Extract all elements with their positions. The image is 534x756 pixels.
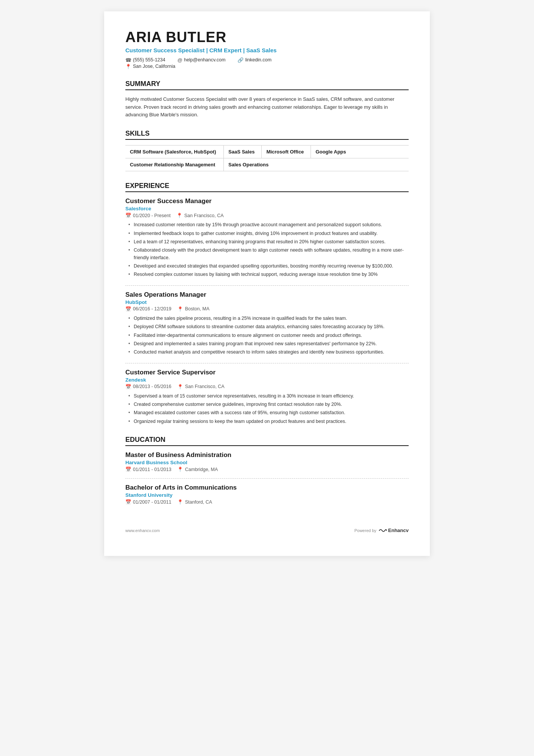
job-1-bullets: Increased customer retention rate by 15%…: [125, 221, 409, 279]
job-1: Customer Success Manager Salesforce 📅 01…: [125, 197, 409, 279]
job-3-title: Customer Service Supervisor: [125, 369, 409, 376]
powered-by-text: Powered by: [354, 528, 376, 533]
skills-grid: CRM Software (Salesforce, HubSpot) SaaS …: [125, 145, 409, 171]
job-3-dates: 📅 08/2013 - 05/2016: [125, 384, 171, 390]
job-2-company: HubSpot: [125, 299, 409, 305]
edu-1: Master of Business Administration Harvar…: [125, 451, 409, 472]
job-3: Customer Service Supervisor Zendesk 📅 08…: [125, 369, 409, 426]
edu-2-location: 📍 Stanford, CA: [177, 499, 212, 505]
linkedin-url: linkedin.com: [245, 57, 271, 63]
job-1-bullet-1: Increased customer retention rate by 15%…: [128, 221, 409, 229]
edu-1-location-text: Cambridge, MA: [185, 467, 218, 472]
edu-1-degree: Master of Business Administration: [125, 451, 409, 459]
job-1-bullet-4: Collaborated closely with the product de…: [128, 247, 409, 261]
header: ARIA BUTLER Customer Success Specialist …: [125, 30, 409, 69]
job-1-dates: 📅 01/2020 - Present: [125, 213, 170, 218]
summary-section: SUMMARY Highly motivated Customer Succes…: [125, 80, 409, 119]
job-2-dates: 📅 06/2016 - 12/2019: [125, 306, 171, 312]
phone-icon: ☎: [125, 57, 131, 63]
footer: www.enhancv.com Powered by Enhancv: [125, 527, 409, 533]
location-icon-edu-1: 📍: [177, 466, 183, 472]
calendar-icon-1: 📅: [125, 213, 131, 218]
edu-2-school: Stanford University: [125, 492, 409, 498]
candidate-name: ARIA BUTLER: [125, 30, 409, 45]
job-2-location-text: Boston, MA: [185, 306, 209, 311]
skills-row-1: CRM Software (Salesforce, HubSpot) SaaS …: [125, 145, 409, 158]
phone-number: (555) 555-1234: [133, 57, 165, 63]
job-1-date-text: 01/2020 - Present: [133, 213, 170, 218]
location-icon-1: 📍: [176, 213, 183, 218]
edu-2-degree: Bachelor of Arts in Communications: [125, 484, 409, 491]
skill-crm: CRM Software (Salesforce, HubSpot): [125, 146, 224, 158]
skill-sales-ops: Sales Operations: [224, 158, 275, 171]
education-title: EDUCATION: [125, 436, 409, 446]
summary-title: SUMMARY: [125, 80, 409, 90]
skill-crm-mgmt: Customer Relationship Management: [125, 158, 224, 171]
education-section: EDUCATION Master of Business Administrat…: [125, 436, 409, 505]
job-1-company: Salesforce: [125, 206, 409, 211]
footer-logo: Powered by Enhancv: [354, 527, 409, 533]
job-3-location-text: San Francisco, CA: [185, 384, 224, 389]
edu-2-meta: 📅 01/2007 - 01/2011 📍 Stanford, CA: [125, 499, 409, 505]
job-3-location: 📍 San Francisco, CA: [177, 384, 224, 390]
candidate-title: Customer Success Specialist | CRM Expert…: [125, 47, 409, 53]
job-1-meta: 📅 01/2020 - Present 📍 San Francisco, CA: [125, 213, 409, 218]
email-contact: @ help@enhancv.com: [177, 57, 225, 63]
edu-2-location-text: Stanford, CA: [185, 499, 212, 505]
skills-title: SKILLS: [125, 130, 409, 140]
edu-1-location: 📍 Cambridge, MA: [177, 466, 218, 472]
job-3-bullets: Supervised a team of 15 customer service…: [125, 393, 409, 426]
experience-section: EXPERIENCE Customer Success Manager Sale…: [125, 182, 409, 425]
edu-divider: [125, 478, 409, 479]
edu-2-dates: 📅 01/2007 - 01/2011: [125, 499, 171, 505]
summary-text: Highly motivated Customer Success Specia…: [125, 95, 409, 119]
job-3-date-text: 08/2013 - 05/2016: [133, 384, 171, 389]
job-2-bullet-2: Deployed CRM software solutions to strea…: [128, 323, 409, 330]
skill-saas: SaaS Sales: [224, 146, 262, 158]
job-1-bullet-3: Led a team of 12 representatives, enhanc…: [128, 238, 409, 246]
location-row: 📍 San Jose, California: [125, 64, 409, 69]
job-3-bullet-2: Created comprehensive customer service g…: [128, 401, 409, 408]
job-2-title: Sales Operations Manager: [125, 291, 409, 299]
job-1-location-text: San Francisco, CA: [184, 213, 223, 218]
edu-2: Bachelor of Arts in Communications Stanf…: [125, 484, 409, 505]
location-icon-2: 📍: [177, 306, 183, 312]
job-2-bullet-5: Conducted market analysis and competitiv…: [128, 349, 409, 356]
enhancv-logo-icon: [379, 528, 387, 533]
job-3-bullet-3: Managed escalated customer cases with a …: [128, 409, 409, 416]
job-1-location: 📍 San Francisco, CA: [176, 213, 223, 218]
email-icon: @: [177, 57, 182, 63]
edu-2-date-text: 01/2007 - 01/2011: [133, 499, 171, 505]
calendar-icon-edu-2: 📅: [125, 499, 131, 505]
job-2-bullet-3: Facilitated inter-departmental communica…: [128, 332, 409, 339]
location-icon-edu-2: 📍: [177, 499, 183, 505]
skills-row-2: Customer Relationship Management Sales O…: [125, 158, 409, 171]
brand-name: Enhancv: [388, 527, 409, 533]
linkedin-contact[interactable]: 🔗 linkedin.com: [237, 57, 271, 63]
edu-1-school: Harvard Business School: [125, 460, 409, 465]
edu-1-date-text: 01/2011 - 01/2013: [133, 467, 171, 472]
job-1-bullet-5: Developed and executed strategies that e…: [128, 263, 409, 270]
contact-row: ☎ (555) 555-1234 @ help@enhancv.com 🔗 li…: [125, 57, 409, 63]
location-icon-3: 📍: [177, 384, 183, 390]
job-3-meta: 📅 08/2013 - 05/2016 📍 San Francisco, CA: [125, 384, 409, 390]
resume-page: ARIA BUTLER Customer Success Specialist …: [104, 11, 430, 556]
location-pin-icon: 📍: [125, 64, 131, 69]
job-2-location: 📍 Boston, MA: [177, 306, 209, 312]
enhancv-brand: Enhancv: [379, 527, 409, 533]
skill-msoffice: Microsoft Office: [262, 146, 311, 158]
job-1-title: Customer Success Manager: [125, 197, 409, 205]
skill-google: Google Apps: [311, 146, 353, 158]
job-2-meta: 📅 06/2016 - 12/2019 📍 Boston, MA: [125, 306, 409, 312]
edu-1-dates: 📅 01/2011 - 01/2013: [125, 466, 171, 472]
job-1-bullet-2: Implemented feedback loops to gather cus…: [128, 230, 409, 237]
edu-1-meta: 📅 01/2011 - 01/2013 📍 Cambridge, MA: [125, 466, 409, 472]
job-divider-2: [125, 363, 409, 363]
skills-section: SKILLS CRM Software (Salesforce, HubSpot…: [125, 130, 409, 171]
phone-contact: ☎ (555) 555-1234: [125, 57, 165, 63]
job-2-bullet-4: Designed and implemented a sales trainin…: [128, 340, 409, 347]
job-2-bullet-1: Optimized the sales pipeline process, re…: [128, 315, 409, 322]
experience-title: EXPERIENCE: [125, 182, 409, 192]
job-divider-1: [125, 285, 409, 286]
job-3-company: Zendesk: [125, 377, 409, 383]
